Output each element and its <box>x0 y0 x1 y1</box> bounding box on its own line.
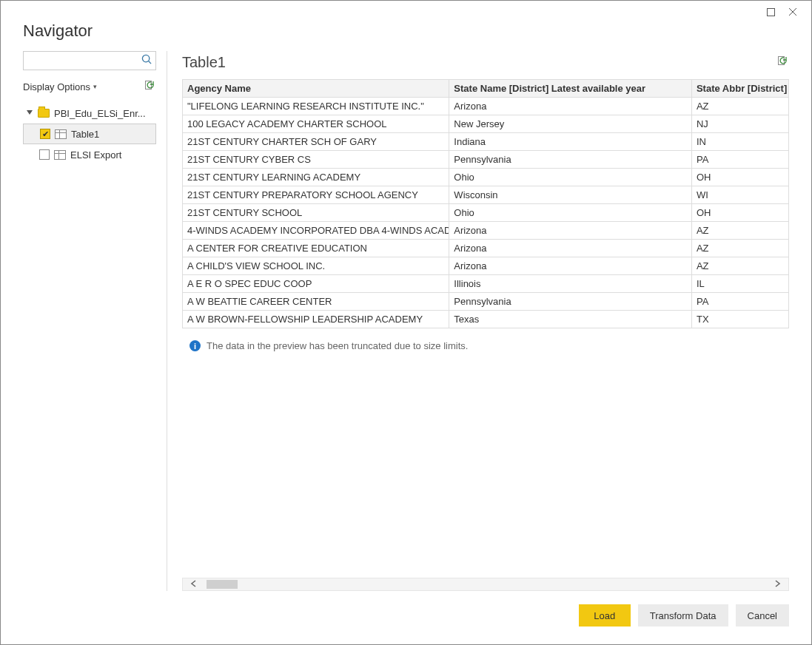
tree-item-label: ELSI Export <box>70 149 156 161</box>
table-row[interactable]: A W BROWN-FELLOWSHIP LEADERSHIP ACADEMYT… <box>183 311 789 328</box>
svg-point-3 <box>142 55 149 61</box>
table-icon <box>54 150 66 160</box>
table-row[interactable]: 100 LEGACY ACADEMY CHARTER SCHOOLNew Jer… <box>183 115 789 133</box>
table-cell: 21ST CENTURY CHARTER SCH OF GARY <box>183 133 449 151</box>
folder-icon <box>38 109 50 118</box>
table-cell: PA <box>691 293 788 311</box>
table-cell: PA <box>691 151 788 169</box>
table-row[interactable]: 21ST CENTURY SCHOOLOhioOH <box>183 204 789 222</box>
table-row[interactable]: A W BEATTIE CAREER CENTERPennsylvaniaPA <box>183 293 789 311</box>
tree-item-table1[interactable]: ✔ Table1 <box>23 124 156 144</box>
transform-data-button[interactable]: Transform Data <box>638 604 728 627</box>
preview-table: Agency Name State Name [District] Latest… <box>182 79 789 328</box>
display-options-dropdown[interactable]: Display Options ▾ <box>23 81 97 92</box>
table-cell: TX <box>691 311 788 328</box>
table-cell: OH <box>691 204 788 222</box>
table-cell: NJ <box>691 115 788 133</box>
close-button[interactable] <box>782 1 804 23</box>
load-button[interactable]: Load <box>579 604 631 627</box>
table-cell: Pennsylvania <box>449 293 692 311</box>
table-cell: A W BROWN-FELLOWSHIP LEADERSHIP ACADEMY <box>183 311 449 328</box>
tree-root-folder[interactable]: PBI_Edu_ELSi_Enr... <box>23 103 156 124</box>
tree-item-checkbox[interactable]: ✔ <box>40 129 50 139</box>
table-cell: New Jersey <box>449 115 692 133</box>
tree-item-elsi-export[interactable]: ELSI Export <box>23 144 156 165</box>
table-cell: Arizona <box>449 222 692 240</box>
tree-root-label: PBI_Edu_ELSi_Enr... <box>54 108 156 119</box>
table-cell: IN <box>691 133 788 151</box>
search-box[interactable] <box>23 51 156 70</box>
search-icon[interactable] <box>141 54 152 67</box>
tree-item-label: Table1 <box>71 129 155 140</box>
table-cell: Pennsylvania <box>449 151 692 169</box>
search-input[interactable] <box>28 55 141 67</box>
table-cell: Wisconsin <box>449 186 692 204</box>
tree-item-checkbox[interactable] <box>39 149 50 160</box>
table-row[interactable]: 21ST CENTURY CYBER CSPennsylvaniaPA <box>183 151 789 169</box>
preview-pane: Table1 Agency Name State Name [District]… <box>167 51 789 591</box>
window-titlebar <box>1 1 811 23</box>
table-row[interactable]: 21ST CENTURY CHARTER SCH OF GARYIndianaI… <box>183 133 789 151</box>
column-header[interactable]: State Abbr [District] <box>691 80 788 98</box>
table-cell: A W BEATTIE CAREER CENTER <box>183 293 449 311</box>
table-cell: AZ <box>691 98 788 115</box>
table-cell: 100 LEGACY ACADEMY CHARTER SCHOOL <box>183 115 449 133</box>
chevron-down-icon: ▾ <box>93 83 97 90</box>
table-cell: Texas <box>449 311 692 328</box>
dialog-footer: Load Transform Data Cancel <box>1 591 811 644</box>
table-row[interactable]: 21ST CENTURY LEARNING ACADEMYOhioOH <box>183 169 789 186</box>
table-cell: 21ST CENTURY CYBER CS <box>183 151 449 169</box>
table-cell: Arizona <box>449 240 692 257</box>
dialog-title: Navigator <box>1 21 811 51</box>
preview-title: Table1 <box>182 54 226 71</box>
scroll-right-arrow[interactable] <box>766 579 788 590</box>
column-header[interactable]: State Name [District] Latest available y… <box>449 80 692 98</box>
table-cell: "LIFELONG LEARNING RESEARCH INSTITUTE IN… <box>183 98 449 115</box>
info-icon: i <box>189 340 201 351</box>
tree-collapse-icon[interactable] <box>26 110 33 116</box>
table-cell: AZ <box>691 257 788 275</box>
column-header[interactable]: Agency Name <box>183 80 449 98</box>
table-cell: Ohio <box>449 204 692 222</box>
table-cell: OH <box>691 169 788 186</box>
table-header-row: Agency Name State Name [District] Latest… <box>183 80 789 98</box>
truncation-info: i The data in the preview has been trunc… <box>182 340 789 351</box>
cancel-button[interactable]: Cancel <box>736 604 789 627</box>
table-cell: Ohio <box>449 169 692 186</box>
scroll-left-arrow[interactable] <box>183 579 205 590</box>
maximize-button[interactable] <box>759 1 782 23</box>
table-cell: AZ <box>691 222 788 240</box>
navigator-tree: PBI_Edu_ELSi_Enr... ✔ Table1 ELSI Export <box>23 103 156 165</box>
table-cell: Arizona <box>449 257 692 275</box>
table-cell: IL <box>691 275 788 293</box>
refresh-icon[interactable] <box>144 80 156 94</box>
table-cell: Illinois <box>449 275 692 293</box>
table-row[interactable]: A CENTER FOR CREATIVE EDUCATIONArizonaAZ <box>183 240 789 257</box>
table-cell: 21ST CENTURY LEARNING ACADEMY <box>183 169 449 186</box>
table-cell: 21ST CENTURY PREPARATORY SCHOOL AGENCY <box>183 186 449 204</box>
table-row[interactable]: 4-WINDS ACADEMY INCORPORATED DBA 4-WINDS… <box>183 222 789 240</box>
table-cell: A CHILD'S VIEW SCHOOL INC. <box>183 257 449 275</box>
table-cell: Arizona <box>449 98 692 115</box>
table-row[interactable]: A E R O SPEC EDUC COOPIllinoisIL <box>183 275 789 293</box>
display-options-label: Display Options <box>23 81 90 92</box>
preview-refresh-icon[interactable] <box>777 54 789 71</box>
table-cell: WI <box>691 186 788 204</box>
horizontal-scrollbar[interactable] <box>182 578 789 591</box>
navigator-left-pane: Display Options ▾ PBI_ <box>23 51 167 591</box>
table-row[interactable]: 21ST CENTURY PREPARATORY SCHOOL AGENCYWi… <box>183 186 789 204</box>
table-cell: Indiana <box>449 133 692 151</box>
table-row[interactable]: "LIFELONG LEARNING RESEARCH INSTITUTE IN… <box>183 98 789 115</box>
svg-marker-6 <box>27 110 33 115</box>
table-cell: A CENTER FOR CREATIVE EDUCATION <box>183 240 449 257</box>
scrollbar-track[interactable] <box>205 578 766 590</box>
table-cell: 21ST CENTURY SCHOOL <box>183 204 449 222</box>
navigator-dialog: Navigator Display Options ▾ <box>0 0 812 645</box>
info-text: The data in the preview has been truncat… <box>207 340 468 351</box>
table-cell: AZ <box>691 240 788 257</box>
table-row[interactable]: A CHILD'S VIEW SCHOOL INC.ArizonaAZ <box>183 257 789 275</box>
table-icon <box>55 129 67 139</box>
table-cell: A E R O SPEC EDUC COOP <box>183 275 449 293</box>
scrollbar-thumb[interactable] <box>207 580 238 589</box>
svg-line-4 <box>149 61 152 64</box>
